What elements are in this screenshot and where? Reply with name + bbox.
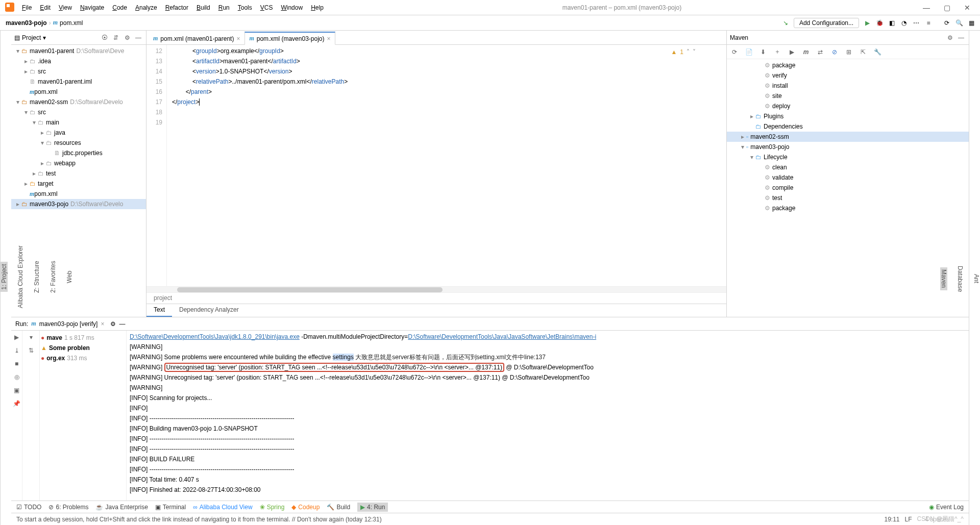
tree-row[interactable]: ▸🗀.idea	[11, 56, 146, 66]
maven-tree[interactable]: ⚙package⚙verify⚙install⚙site⚙deploy▸🗀Plu…	[727, 59, 969, 317]
tool-alibaba-cloud-view[interactable]: ∞ Alibaba Cloud View	[193, 504, 252, 511]
code-editor[interactable]: ▲ 1 ˄ ˅ <groupId>org.example</groupId> <…	[167, 45, 726, 286]
menu-code[interactable]: Code	[108, 4, 131, 11]
tool-favorites[interactable]: 2: Favorites	[50, 259, 57, 295]
show-deps-icon[interactable]: ⊞	[844, 48, 853, 56]
tree-row[interactable]: ▾🗀maven02-ssmD:\Software\Develo	[11, 97, 146, 107]
update-button-icon[interactable]: ⟳	[941, 17, 953, 29]
layout-icon[interactable]: ▣	[12, 386, 21, 395]
locate-icon[interactable]: ⦿	[100, 34, 109, 41]
breadcrumb[interactable]: maven03-pojo › m pom.xml	[3, 19, 86, 27]
run-tree-row[interactable]: ●org.ex 313 ms	[41, 353, 125, 363]
maven-tree-row[interactable]: ⚙install	[727, 81, 969, 91]
maven-tree-row[interactable]: 🗀Dependencies	[727, 121, 969, 132]
tool-structure[interactable]: Z: Structure	[33, 259, 40, 295]
run-button-icon[interactable]: ▶	[861, 17, 873, 29]
rerun-icon[interactable]: ▶	[12, 333, 21, 342]
gear-icon[interactable]: ⚙	[122, 34, 132, 41]
tree-twisty-icon[interactable]: ▸	[31, 170, 38, 177]
tree-twisty-icon[interactable]: ▸	[14, 201, 21, 208]
collapse-panel-icon[interactable]: —	[119, 320, 125, 328]
editor-tab[interactable]: mpom.xml (maven03-pojo)×	[244, 32, 335, 45]
tool-event-log[interactable]: ◉ Event Log	[929, 504, 964, 511]
close-window-button[interactable]: ✕	[957, 4, 977, 12]
maven-tree-row[interactable]: ▾🗀Lifecycle	[727, 152, 969, 162]
tree-row[interactable]: ▾🗀maven01-parentD:\Software\Deve	[11, 46, 146, 56]
tree-row[interactable]: ▾🗀main	[11, 117, 146, 128]
profile-button-icon[interactable]: ◔	[898, 17, 910, 29]
tree-row[interactable]: ▾🗀resources	[11, 138, 146, 148]
tool-build[interactable]: 🔨 Build	[327, 504, 350, 511]
coverage-button-icon[interactable]: ◧	[886, 17, 898, 29]
tree-row[interactable]: ▾🗀src	[11, 107, 146, 117]
tool-spring[interactable]: ❀ Spring	[260, 504, 285, 511]
maven-tree-row[interactable]: ⚙site	[727, 91, 969, 101]
menu-window[interactable]: Window	[277, 4, 307, 11]
close-tab-icon[interactable]: ×	[236, 35, 240, 42]
tree-twisty-icon[interactable]: ▸	[39, 129, 46, 136]
menu-help[interactable]: Help	[307, 4, 328, 11]
menu-file[interactable]: File	[18, 4, 36, 11]
run-tree[interactable]: ●mave 1 s 817 ms▲Some problen●org.ex 313…	[40, 331, 127, 501]
tree-twisty-icon[interactable]: ▾	[14, 47, 21, 55]
maven-tree-row[interactable]: ⚙package	[727, 60, 969, 70]
project-panel-title[interactable]: Project	[22, 34, 41, 41]
expand-tree-icon[interactable]: ▾	[27, 333, 36, 342]
tree-row[interactable]: 🗎jdbc.properties	[11, 148, 146, 158]
add-icon[interactable]: ＋	[773, 47, 782, 56]
run-console[interactable]: D:\Software\DevelopmentTools\Java\jdk1.8…	[127, 331, 969, 501]
maven-tree-row[interactable]: ⚙package	[727, 203, 969, 213]
tab-text[interactable]: Text	[146, 304, 172, 317]
tree-twisty-icon[interactable]: ▾	[739, 143, 746, 151]
tool-project[interactable]: 1: Project	[1, 262, 8, 292]
tool-web[interactable]: Web	[66, 268, 73, 285]
tool-database[interactable]: Database	[957, 264, 964, 294]
maven-tree-row[interactable]: ⚙clean	[727, 162, 969, 172]
tree-row[interactable]: 🗎maven01-parent.iml	[11, 77, 146, 87]
tree-twisty-icon[interactable]: ▸	[748, 113, 755, 120]
reload-icon[interactable]: ⟳	[730, 48, 739, 56]
add-configuration-button[interactable]: Add Configuration...	[794, 18, 859, 28]
tree-twisty-icon[interactable]: ▸	[22, 68, 30, 75]
skip-tests-icon[interactable]: ⊘	[830, 48, 839, 56]
tool-java-enterprise[interactable]: ☕ Java Enterprise	[95, 504, 148, 511]
tool-maven[interactable]: Maven	[940, 267, 947, 290]
tree-twisty-icon[interactable]: ▸	[22, 180, 30, 187]
tree-twisty-icon[interactable]: ▾	[31, 119, 38, 126]
collapse-tree-icon[interactable]: ⇅	[27, 346, 36, 355]
collapse-panel-icon[interactable]: —	[957, 34, 966, 41]
project-tree[interactable]: ▾🗀maven01-parentD:\Software\Deve▸🗀.idea▸…	[11, 45, 146, 317]
menu-edit[interactable]: Edit	[36, 4, 55, 11]
build-icon[interactable]: ↘	[779, 17, 792, 29]
pin-icon[interactable]: 📌	[12, 399, 21, 408]
tree-twisty-icon[interactable]: ▾	[39, 139, 46, 146]
close-tab-icon[interactable]: ×	[327, 35, 330, 42]
ide-settings-icon[interactable]: ▦	[965, 17, 977, 29]
tool-terminal[interactable]: ▣ Terminal	[155, 504, 186, 511]
status-indent[interactable]: 4 spaces	[925, 516, 949, 523]
debug-button-icon[interactable]: 🐞	[873, 17, 886, 29]
editor-tab[interactable]: mpom.xml (maven01-parent)×	[149, 32, 244, 44]
stop-button-icon[interactable]: ■	[922, 17, 935, 29]
chevron-down-icon[interactable]: ˅	[693, 47, 696, 57]
open-debug-icon[interactable]: ⤓	[12, 346, 21, 355]
status-message[interactable]: To start a debug session, hold Ctrl+Shif…	[16, 516, 382, 523]
tree-row[interactable]: ▸🗀test	[11, 168, 146, 179]
maven-tree-row[interactable]: ▸🗀Plugins	[727, 111, 969, 121]
minimize-button[interactable]: —	[916, 4, 937, 12]
toggle-offline-icon[interactable]: ⇄	[816, 48, 825, 56]
collapse-all-icon[interactable]: ⇱	[859, 48, 868, 56]
menu-build[interactable]: Build	[192, 4, 214, 11]
status-lf[interactable]: LF	[905, 516, 912, 523]
tool-todo[interactable]: ☑ TODO	[16, 504, 41, 511]
tree-row[interactable]: ▸🗀target	[11, 179, 146, 189]
tab-dependency-analyzer[interactable]: Dependency Analyzer	[172, 304, 246, 317]
tree-twisty-icon[interactable]: ▾	[748, 154, 755, 161]
maven-tree-row[interactable]: ▾▫maven03-pojo	[727, 142, 969, 152]
editor-breadcrumb[interactable]: project	[146, 292, 726, 304]
run-tree-row[interactable]: ▲Some problen	[41, 343, 125, 353]
chevron-up-icon[interactable]: ˄	[687, 47, 690, 57]
search-everywhere-icon[interactable]: 🔍	[953, 17, 965, 29]
tree-row[interactable]: m pom.xml	[11, 87, 146, 97]
generate-sources-icon[interactable]: 📄	[744, 48, 753, 56]
